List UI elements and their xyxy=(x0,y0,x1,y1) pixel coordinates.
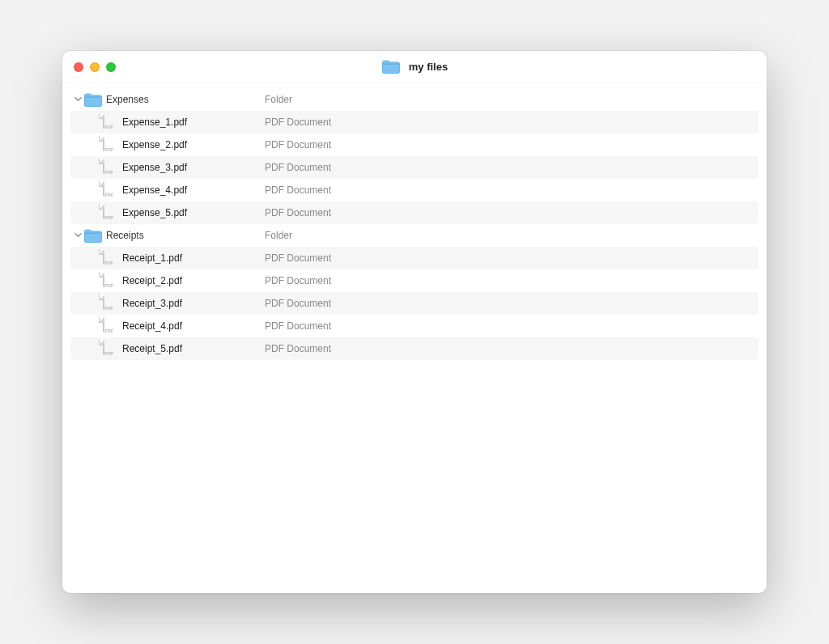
item-kind: Folder xyxy=(263,230,292,241)
disclosure-triangle[interactable] xyxy=(72,231,83,239)
folder-name: Expenses xyxy=(106,94,149,105)
file-row[interactable]: PDF Receipt_2.pdf PDF Document xyxy=(70,269,759,292)
pdf-file-icon: PDF xyxy=(100,318,119,334)
window-title: my files xyxy=(62,59,767,74)
pdf-file-icon: PDF xyxy=(100,137,119,153)
minimize-window-button[interactable] xyxy=(90,62,100,72)
item-kind: PDF Document xyxy=(263,298,331,309)
file-list: Expenses Folder PDF Expense_1.pdf PDF Do… xyxy=(62,83,767,593)
file-row[interactable]: PDF Receipt_3.pdf PDF Document xyxy=(70,292,759,315)
window-controls xyxy=(62,62,116,72)
pdf-file-icon: PDF xyxy=(100,250,119,266)
window-title-text: my files xyxy=(409,61,448,73)
item-kind: Folder xyxy=(263,94,292,105)
item-kind: PDF Document xyxy=(263,207,331,218)
file-name: Expense_1.pdf xyxy=(122,117,187,128)
file-name: Receipt_5.pdf xyxy=(122,343,182,354)
file-name: Expense_3.pdf xyxy=(122,162,187,173)
item-kind: PDF Document xyxy=(263,139,331,150)
close-window-button[interactable] xyxy=(74,62,83,72)
item-kind: PDF Document xyxy=(263,275,331,286)
file-row[interactable]: PDF Expense_1.pdf PDF Document xyxy=(70,111,759,133)
folder-icon xyxy=(83,228,103,244)
file-row[interactable]: PDF Receipt_1.pdf PDF Document xyxy=(70,247,759,269)
pdf-file-icon: PDF xyxy=(100,159,119,176)
file-row[interactable]: PDF Expense_2.pdf PDF Document xyxy=(70,133,759,156)
pdf-file-icon: PDF xyxy=(100,341,119,357)
folder-icon xyxy=(381,59,401,74)
pdf-file-icon: PDF xyxy=(100,273,119,289)
folder-name: Receipts xyxy=(106,230,144,241)
folder-row-expenses[interactable]: Expenses Folder xyxy=(70,88,759,111)
folder-row-receipts[interactable]: Receipts Folder xyxy=(70,224,759,247)
item-kind: PDF Document xyxy=(263,320,331,332)
file-row[interactable]: PDF Receipt_5.pdf PDF Document xyxy=(70,337,759,360)
file-row[interactable]: PDF Expense_3.pdf PDF Document xyxy=(70,156,759,179)
file-name: Expense_2.pdf xyxy=(122,139,187,150)
file-name: Receipt_1.pdf xyxy=(122,252,182,264)
disclosure-triangle[interactable] xyxy=(72,95,83,103)
pdf-file-icon: PDF xyxy=(100,205,119,221)
file-name: Receipt_3.pdf xyxy=(122,298,182,309)
item-kind: PDF Document xyxy=(263,343,331,354)
item-kind: PDF Document xyxy=(263,162,331,173)
pdf-file-icon: PDF xyxy=(100,182,119,198)
pdf-file-icon: PDF xyxy=(100,114,119,130)
finder-window: my files Expenses Folder PDF Expense_1.p… xyxy=(62,51,767,593)
file-name: Expense_5.pdf xyxy=(122,207,187,218)
file-name: Receipt_2.pdf xyxy=(122,275,182,286)
item-kind: PDF Document xyxy=(263,184,331,196)
item-kind: PDF Document xyxy=(263,252,331,264)
folder-icon xyxy=(83,92,103,108)
file-name: Receipt_4.pdf xyxy=(122,320,182,332)
file-row[interactable]: PDF Expense_4.pdf PDF Document xyxy=(70,179,759,201)
file-row[interactable]: PDF Expense_5.pdf PDF Document xyxy=(70,201,759,224)
titlebar: my files xyxy=(62,51,767,83)
item-kind: PDF Document xyxy=(263,117,331,128)
pdf-file-icon: PDF xyxy=(100,295,119,311)
file-row[interactable]: PDF Receipt_4.pdf PDF Document xyxy=(70,315,759,337)
zoom-window-button[interactable] xyxy=(106,62,116,72)
file-name: Expense_4.pdf xyxy=(122,184,187,196)
